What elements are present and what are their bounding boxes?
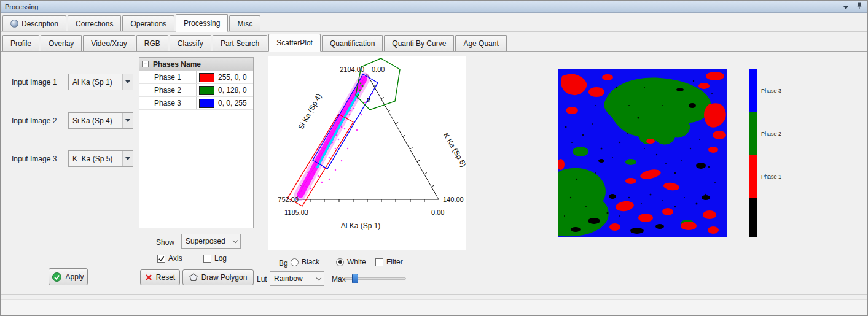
phase-color-swatch[interactable]: [199, 73, 214, 82]
phases-header[interactable]: − Phases Name: [139, 58, 253, 71]
max-slider[interactable]: [345, 274, 406, 283]
tab-label: Quanti By Curve: [392, 39, 446, 48]
input-image-1-label: Input Image 1: [12, 78, 57, 87]
panel-menu-arrow-icon[interactable]: [843, 2, 848, 11]
legend-seg-phase2: [749, 112, 757, 155]
collapse-icon[interactable]: −: [142, 61, 149, 67]
apply-label: Apply: [65, 272, 84, 281]
tab-label: Quantification: [330, 39, 375, 48]
log-checkbox[interactable]: Log: [203, 254, 227, 263]
phase-legend: Phase 3 Phase 2 Phase 1: [749, 69, 804, 237]
chevron-down-icon[interactable]: [122, 74, 133, 90]
tab-classify[interactable]: Classify: [170, 35, 211, 51]
phase-rgb-value: 0, 0, 255: [218, 99, 247, 107]
input-image-1-select[interactable]: Al Ka (Sp 1): [68, 74, 133, 90]
phase-name: Phase 3: [139, 97, 197, 109]
sub-tab-bar: Profile Overlay Video/Xray RGB Classify …: [1, 32, 867, 52]
tab-label: Processing: [184, 19, 220, 28]
lut-value: Rainbow: [270, 272, 313, 285]
tab-processing[interactable]: Processing: [176, 14, 228, 32]
checkbox-box[interactable]: [203, 255, 211, 263]
description-icon: [10, 20, 18, 28]
axis-ticks-bottom: [310, 199, 424, 202]
scatter-plot-area[interactable]: 2 2104.00 0.00 752.00 1185.03 140.00 0.0…: [268, 56, 466, 250]
tab-label: Age Quant: [463, 39, 498, 48]
show-label: Show: [156, 238, 174, 247]
draw-polygon-button[interactable]: Draw Polygon: [182, 269, 254, 285]
legend-label-phase3: Phase 3: [761, 88, 781, 94]
checkbox-box[interactable]: [157, 255, 165, 263]
scatter-plot[interactable]: 2 2104.00 0.00 752.00 1185.03 140.00 0.0…: [268, 56, 466, 250]
chevron-down-icon[interactable]: [313, 272, 324, 285]
tab-operations[interactable]: Operations: [122, 15, 174, 31]
density-cloud: [300, 79, 364, 195]
top-right-value: 0.00: [372, 66, 385, 73]
tab-corrections[interactable]: Corrections: [68, 15, 121, 31]
tab-description[interactable]: Description: [2, 15, 66, 31]
polygon-number-label: 2: [367, 96, 370, 104]
reset-label: Reset: [156, 273, 175, 282]
radio-circle[interactable]: [291, 258, 299, 266]
phase-color-swatch[interactable]: [199, 99, 214, 108]
top-left-value: 2104.00: [340, 66, 364, 73]
left-axis-label: Si Ka (Sp 4): [297, 92, 324, 131]
bg-black-radio[interactable]: Black: [291, 258, 319, 266]
pin-icon[interactable]: [856, 2, 863, 11]
tab-label: Part Search: [221, 39, 259, 48]
phase-rgb-value: 0, 128, 0: [218, 86, 247, 94]
bg-white-radio[interactable]: White: [336, 258, 366, 266]
chevron-down-icon[interactable]: [122, 113, 133, 128]
tab-quanti-by-curve[interactable]: Quanti By Curve: [384, 35, 454, 51]
panel-titlebar[interactable]: Processing: [1, 1, 867, 13]
tab-profile[interactable]: Profile: [2, 35, 39, 51]
tab-misc[interactable]: Misc: [229, 15, 260, 31]
lut-select[interactable]: Rainbow: [270, 271, 324, 286]
reset-button[interactable]: Reset: [140, 269, 180, 285]
legend-label-phase1: Phase 1: [761, 174, 781, 180]
legend-color-bar: [749, 69, 757, 237]
input-image-2-value: Si Ka (Sp 4): [69, 113, 122, 128]
axis-label: Axis: [168, 254, 182, 263]
check-icon: [158, 255, 165, 262]
table-divider: [197, 110, 197, 227]
slider-handle[interactable]: [352, 274, 358, 283]
filter-checkbox[interactable]: Filter: [375, 258, 403, 266]
reset-x-icon: [145, 274, 152, 281]
checkbox-box[interactable]: [375, 258, 383, 266]
input-image-2-label: Input Image 2: [12, 117, 57, 125]
phase-color-swatch[interactable]: [199, 86, 214, 95]
tab-part-search[interactable]: Part Search: [213, 35, 267, 51]
chevron-down-icon[interactable]: [122, 151, 133, 166]
phase-rgb-value: 255, 0, 0: [218, 73, 247, 82]
tab-quantification[interactable]: Quantification: [322, 35, 383, 51]
tab-rgb[interactable]: RGB: [136, 35, 168, 51]
axis-ticks-right: [374, 85, 434, 187]
tab-label: Description: [22, 20, 58, 28]
tab-age-quant[interactable]: Age Quant: [455, 35, 506, 51]
tab-label: Classify: [178, 39, 203, 48]
phase-row-2[interactable]: Phase 2 0, 128, 0: [139, 84, 253, 97]
axis-checkbox[interactable]: Axis: [157, 254, 182, 263]
tab-label: ScatterPlot: [276, 39, 313, 47]
lut-label: Lut: [257, 275, 267, 283]
phase-row-3[interactable]: Phase 3 0, 0, 255: [139, 97, 253, 110]
tab-video-xray[interactable]: Video/Xray: [83, 35, 135, 51]
input-image-2-select[interactable]: Si Ka (Sp 4): [68, 112, 133, 129]
log-label: Log: [214, 254, 227, 263]
phases-panel: − Phases Name Phase 1 255, 0, 0 Phase 2 …: [139, 57, 254, 228]
legend-seg-phase1: [749, 155, 757, 198]
phase-map-image: [558, 69, 727, 237]
tab-scatterplot[interactable]: ScatterPlot: [268, 34, 321, 52]
bottom-strip: [1, 294, 867, 316]
radio-circle[interactable]: [336, 258, 344, 266]
right-axis-value: 140.00: [443, 196, 464, 203]
bg-label: Bg: [279, 259, 288, 268]
tab-overlay[interactable]: Overlay: [41, 35, 82, 51]
chevron-down-icon[interactable]: [230, 234, 240, 248]
bg-black-label: Black: [302, 258, 319, 266]
tab-label: Corrections: [76, 20, 113, 28]
show-select[interactable]: Superposed: [181, 234, 241, 249]
input-image-3-select[interactable]: K Ka (Sp 5): [68, 150, 133, 167]
apply-button[interactable]: Apply: [49, 268, 88, 285]
phase-row-1[interactable]: Phase 1 255, 0, 0: [139, 71, 253, 84]
